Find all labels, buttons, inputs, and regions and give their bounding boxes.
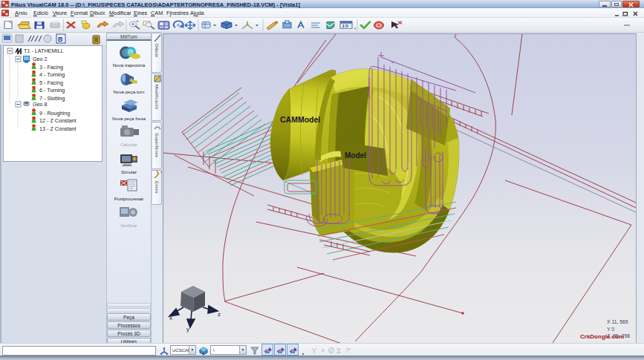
svg-text:CrkDongle.com: CrkDongle.com <box>580 333 624 340</box>
svg-text:y: y <box>186 326 189 333</box>
svg-text:6 - Turning: 6 - Turning <box>39 87 65 94</box>
svg-text:4 - Turning: 4 - Turning <box>39 71 65 78</box>
svg-text:B: B <box>58 36 63 43</box>
svg-text:X 11, 569: X 11, 569 <box>607 319 628 324</box>
svg-text:19: 19 <box>342 24 348 29</box>
svg-text:T1 - LATHEMILL: T1 - LATHEMILL <box>24 48 63 54</box>
svg-text:Model: Model <box>345 151 366 160</box>
svg-text:Geo 2: Geo 2 <box>33 56 48 62</box>
svg-text:x: x <box>169 315 172 321</box>
svg-text:Y 0: Y 0 <box>607 327 614 332</box>
svg-text:5 - Facing: 5 - Facing <box>39 79 63 86</box>
svg-text:z: z <box>218 311 221 318</box>
svg-text:Geo 8: Geo 8 <box>33 101 48 108</box>
svg-text:12 - Z Constant: 12 - Z Constant <box>39 117 77 124</box>
svg-text:9 - Roughing: 9 - Roughing <box>39 110 70 117</box>
svg-text:CAMModel: CAMModel <box>280 115 320 124</box>
svg-text:3 - Facing: 3 - Facing <box>39 64 63 71</box>
svg-text:13 - Z Constant: 13 - Z Constant <box>39 125 77 132</box>
